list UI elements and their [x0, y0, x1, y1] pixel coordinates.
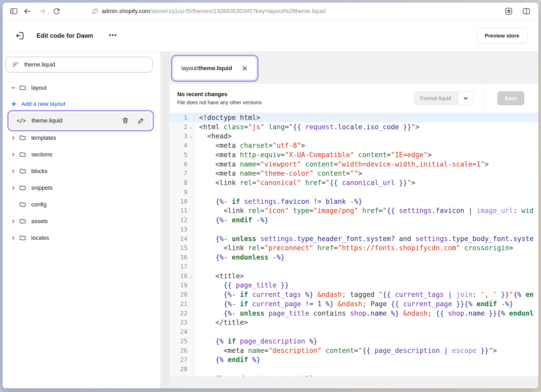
- folder-label: locales: [31, 235, 49, 241]
- sidebar-item-locales[interactable]: locales: [3, 230, 160, 246]
- file-filter-input[interactable]: theme.liquid: [6, 57, 152, 72]
- gutter-cell: 19: [169, 281, 194, 290]
- code-line-18[interactable]: 18⌄ <title>: [169, 271, 538, 281]
- code-text[interactable]: {%- unless settings.type_header_font.sys…: [194, 235, 534, 243]
- format-options-dropdown[interactable]: [458, 91, 474, 105]
- chevron-right-icon[interactable]: [10, 235, 17, 241]
- code-text[interactable]: {%- if current_tags %} &ndash; tagged "{…: [194, 291, 534, 298]
- right-sidebar-toggle-icon[interactable]: [522, 7, 531, 16]
- back-button-icon[interactable]: [23, 7, 32, 16]
- code-line-23[interactable]: 23 </title>: [169, 318, 538, 327]
- code-line-4[interactable]: 4 <meta charset="utf-8">: [169, 141, 538, 150]
- sidebar-toggle-icon[interactable]: [9, 7, 18, 16]
- exit-editor-icon[interactable]: [15, 30, 25, 41]
- code-line-3[interactable]: 3⌄ <head>: [169, 132, 538, 141]
- code-text[interactable]: {% render 'meta-tags' %}: [194, 375, 313, 376]
- code-text[interactable]: <head>: [194, 132, 232, 140]
- code-line-12[interactable]: 12 {%- endif -%}: [169, 215, 538, 225]
- code-text[interactable]: </title>: [194, 318, 248, 326]
- code-text[interactable]: <!doctype html>: [194, 114, 260, 121]
- code-text[interactable]: <meta name="description" content="{{ pag…: [194, 347, 497, 354]
- chevron-right-icon[interactable]: [10, 218, 17, 224]
- code-text[interactable]: {%- if settings.favicon != blank -%}: [194, 198, 362, 205]
- code-line-2[interactable]: 2⌄<html class="js" lang="{{ request.loca…: [169, 122, 538, 132]
- page-settings-icon[interactable]: [504, 7, 513, 16]
- code-text[interactable]: {%- if current_page != 1 %} &ndash; Page…: [194, 300, 513, 308]
- close-tab-icon[interactable]: ×: [241, 64, 248, 72]
- code-line-5[interactable]: 5 <meta http-equiv="X-UA-Compatible" con…: [169, 150, 538, 160]
- delete-file-icon[interactable]: [122, 117, 129, 124]
- code-line-22[interactable]: 22 {%- unless page_title contains shop.n…: [169, 309, 538, 318]
- code-line-10[interactable]: 10 {%- if settings.favicon != blank -%}: [169, 197, 538, 206]
- address-bar[interactable]: admin.shopify.com/store/rzq1xu-f5/themes…: [91, 3, 325, 20]
- format-liquid-button[interactable]: Format liquid: [414, 91, 458, 105]
- chevron-right-icon[interactable]: [10, 185, 17, 191]
- chevron-right-icon[interactable]: [10, 152, 17, 157]
- chevron-right-icon[interactable]: [10, 168, 17, 174]
- rename-file-icon[interactable]: [137, 117, 145, 124]
- sidebar-item-layout[interactable]: layout: [3, 82, 160, 94]
- code-line-29[interactable]: 29 {% render 'meta-tags' %}: [169, 374, 538, 376]
- code-text[interactable]: <meta name="theme-color" content="">: [194, 169, 362, 177]
- code-text[interactable]: <html class="js" lang="{{ request.locale…: [194, 123, 419, 131]
- code-line-15[interactable]: 15 <link rel="preconnect" href="https://…: [169, 243, 538, 253]
- code-line-8[interactable]: 8 <link rel="canonical" href="{{ canonic…: [169, 178, 538, 187]
- code-text[interactable]: <meta charset="utf-8">: [194, 142, 305, 149]
- code-text[interactable]: <title>: [194, 272, 244, 280]
- code-line-11[interactable]: 11 <link rel="icon" type="image/png" hre…: [169, 206, 538, 216]
- code-text[interactable]: <link rel="icon" type="image/png" href="…: [194, 207, 534, 215]
- sidebar-item-assets[interactable]: assets: [3, 213, 160, 230]
- chevron-down-icon[interactable]: [10, 85, 17, 91]
- code-line-6[interactable]: 6 <meta name="viewport" content="width=d…: [169, 160, 538, 169]
- code-text[interactable]: {%- endif -%}: [194, 216, 268, 224]
- code-line-16[interactable]: 16 {%- endunless -%}: [169, 253, 538, 262]
- sidebar-item-snippets[interactable]: snippets: [3, 180, 160, 196]
- preview-store-button[interactable]: Preview store: [477, 28, 527, 43]
- sidebar-item-config[interactable]: config: [3, 196, 160, 213]
- code-line-24[interactable]: 24: [169, 327, 538, 336]
- code-line-28[interactable]: 28: [169, 364, 538, 374]
- panel-divider[interactable]: [160, 52, 169, 388]
- code-line-9[interactable]: 9: [169, 187, 538, 197]
- sidebar-item-blocks[interactable]: blocks: [3, 163, 160, 180]
- chevron-right-icon[interactable]: [10, 135, 17, 141]
- gutter-cell: 23: [169, 318, 194, 327]
- tab-theme-liquid[interactable]: layout/theme.liquid ×: [174, 57, 256, 79]
- code-line-26[interactable]: 26 <meta name="description" content="{{ …: [169, 346, 538, 355]
- code-line-1[interactable]: 1<!doctype html>: [169, 113, 538, 122]
- code-text[interactable]: {%- endunless -%}: [194, 253, 285, 261]
- code-line-17[interactable]: 17: [169, 262, 538, 271]
- fold-toggle-icon[interactable]: ⌄: [187, 124, 194, 129]
- code-line-27[interactable]: 27 {% endif %}: [169, 355, 538, 365]
- more-options-icon[interactable]: •••: [109, 32, 117, 39]
- code-line-13[interactable]: 13: [169, 225, 538, 234]
- code-text[interactable]: {% endif %}: [194, 356, 260, 364]
- code-text[interactable]: <meta name="viewport" content="width=dev…: [194, 160, 489, 168]
- code-text[interactable]: <link rel="canonical" href="{{ canonical…: [194, 179, 415, 187]
- code-line-19[interactable]: 19 {{ page_title }}: [169, 281, 538, 290]
- code-line-20[interactable]: 20 {%- if current_tags %} &ndash; tagged…: [169, 290, 538, 299]
- url-path: /store/rzq1xu-f5/themes/132683530345?key…: [150, 8, 326, 14]
- code-line-21[interactable]: 21 {%- if current_page != 1 %} &ndash; P…: [169, 299, 538, 309]
- gutter-cell: 24: [169, 327, 194, 336]
- code-text[interactable]: {{ page_title }}: [194, 281, 289, 289]
- sidebar-item-sections[interactable]: sections: [3, 146, 160, 163]
- reload-icon[interactable]: [52, 7, 61, 16]
- sidebar-item-templates[interactable]: templates: [3, 130, 160, 146]
- code-line-7[interactable]: 7 <meta name="theme-color" content="">: [169, 169, 538, 178]
- code-line-25[interactable]: 25 {% if page_description %}: [169, 336, 538, 346]
- sidebar-item-theme-liquid[interactable]: </> theme.liquid: [10, 113, 151, 129]
- fold-toggle-icon[interactable]: ⌄: [187, 134, 194, 139]
- code-line-14[interactable]: 14 {%- unless settings.type_header_font.…: [169, 234, 538, 243]
- add-new-layout-link[interactable]: Add a new layout: [3, 98, 160, 110]
- code-editor[interactable]: 1<!doctype html>2⌄<html class="js" lang=…: [169, 113, 538, 376]
- fold-toggle-icon[interactable]: ⌄: [187, 273, 194, 278]
- code-text[interactable]: <link rel="preconnect" href="https://fon…: [194, 244, 513, 252]
- code-text[interactable]: <meta http-equiv="X-UA-Compatible" conte…: [194, 151, 432, 159]
- forward-button-icon[interactable]: [38, 7, 46, 16]
- save-button[interactable]: Save: [497, 91, 524, 105]
- selected-file-annotation: </> theme.liquid: [7, 110, 154, 131]
- code-text[interactable]: {% if page_description %}: [194, 337, 317, 345]
- code-text[interactable]: {%- unless page_title contains shop.name…: [194, 309, 534, 317]
- link-icon: [91, 8, 99, 15]
